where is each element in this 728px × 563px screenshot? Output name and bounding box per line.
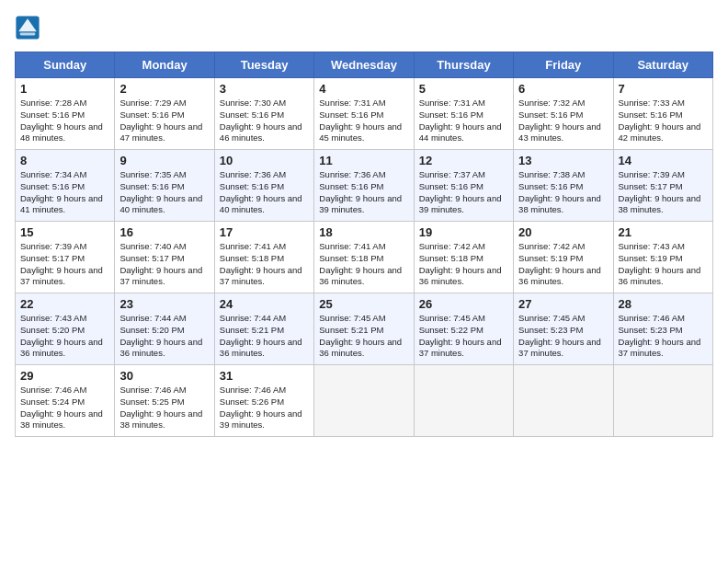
calendar-cell: 27Sunrise: 7:45 AMSunset: 5:23 PMDayligh… bbox=[514, 293, 613, 365]
cell-info: Sunrise: 7:45 AMSunset: 5:22 PMDaylight:… bbox=[419, 313, 508, 360]
cell-info: Sunrise: 7:35 AMSunset: 5:16 PMDaylight:… bbox=[119, 169, 209, 216]
cell-info: Sunrise: 7:36 AMSunset: 5:16 PMDaylight:… bbox=[319, 169, 408, 216]
cell-info: Sunrise: 7:28 AMSunset: 5:16 PMDaylight:… bbox=[20, 98, 109, 144]
cell-info: Sunrise: 7:45 AMSunset: 5:21 PMDaylight:… bbox=[319, 313, 408, 360]
calendar-cell: 23Sunrise: 7:44 AMSunset: 5:20 PMDayligh… bbox=[115, 293, 214, 365]
calendar-cell: 8Sunrise: 7:34 AMSunset: 5:16 PMDaylight… bbox=[16, 150, 115, 222]
week-row-1: 1Sunrise: 7:28 AMSunset: 5:16 PMDaylight… bbox=[16, 78, 713, 150]
week-row-4: 22Sunrise: 7:43 AMSunset: 5:20 PMDayligh… bbox=[16, 293, 713, 365]
day-number: 4 bbox=[319, 82, 408, 96]
day-number: 11 bbox=[319, 154, 408, 167]
day-number: 5 bbox=[419, 82, 508, 96]
calendar-cell: 10Sunrise: 7:36 AMSunset: 5:16 PMDayligh… bbox=[214, 150, 313, 222]
day-number: 7 bbox=[619, 82, 708, 96]
calendar-cell: 17Sunrise: 7:41 AMSunset: 5:18 PMDayligh… bbox=[214, 222, 313, 293]
day-number: 14 bbox=[619, 154, 708, 167]
cell-info: Sunrise: 7:45 AMSunset: 5:23 PMDaylight:… bbox=[518, 313, 608, 360]
day-number: 30 bbox=[119, 369, 209, 383]
cell-info: Sunrise: 7:43 AMSunset: 5:20 PMDaylight:… bbox=[20, 313, 109, 360]
cell-info: Sunrise: 7:32 AMSunset: 5:16 PMDaylight:… bbox=[518, 98, 608, 144]
calendar-cell bbox=[314, 365, 414, 437]
week-row-2: 8Sunrise: 7:34 AMSunset: 5:16 PMDaylight… bbox=[16, 150, 713, 222]
logo bbox=[15, 15, 42, 40]
cell-info: Sunrise: 7:46 AMSunset: 5:26 PMDaylight:… bbox=[220, 385, 309, 431]
weekday-header-saturday: Saturday bbox=[613, 52, 712, 78]
cell-info: Sunrise: 7:46 AMSunset: 5:24 PMDaylight:… bbox=[20, 385, 109, 431]
weekday-header-sunday: Sunday bbox=[16, 52, 115, 78]
calendar-cell: 13Sunrise: 7:38 AMSunset: 5:16 PMDayligh… bbox=[514, 150, 613, 222]
cell-info: Sunrise: 7:39 AMSunset: 5:17 PMDaylight:… bbox=[619, 169, 708, 216]
calendar-cell: 12Sunrise: 7:37 AMSunset: 5:16 PMDayligh… bbox=[414, 150, 513, 222]
weekday-header-monday: Monday bbox=[115, 52, 214, 78]
weekday-header-row: SundayMondayTuesdayWednesdayThursdayFrid… bbox=[16, 52, 713, 78]
weekday-header-wednesday: Wednesday bbox=[314, 52, 414, 78]
week-row-3: 15Sunrise: 7:39 AMSunset: 5:17 PMDayligh… bbox=[16, 222, 713, 293]
day-number: 3 bbox=[220, 82, 309, 96]
calendar-cell: 21Sunrise: 7:43 AMSunset: 5:19 PMDayligh… bbox=[613, 222, 712, 293]
cell-info: Sunrise: 7:42 AMSunset: 5:18 PMDaylight:… bbox=[419, 241, 508, 288]
day-number: 27 bbox=[518, 297, 608, 311]
cell-info: Sunrise: 7:37 AMSunset: 5:16 PMDaylight:… bbox=[419, 169, 508, 216]
calendar-cell: 31Sunrise: 7:46 AMSunset: 5:26 PMDayligh… bbox=[214, 365, 313, 437]
day-number: 13 bbox=[518, 154, 608, 167]
cell-info: Sunrise: 7:41 AMSunset: 5:18 PMDaylight:… bbox=[319, 241, 408, 288]
day-number: 23 bbox=[119, 297, 209, 311]
calendar-cell: 29Sunrise: 7:46 AMSunset: 5:24 PMDayligh… bbox=[16, 365, 115, 437]
calendar-table: SundayMondayTuesdayWednesdayThursdayFrid… bbox=[15, 52, 713, 437]
calendar-cell: 18Sunrise: 7:41 AMSunset: 5:18 PMDayligh… bbox=[314, 222, 414, 293]
calendar-cell: 11Sunrise: 7:36 AMSunset: 5:16 PMDayligh… bbox=[314, 150, 414, 222]
calendar-cell: 4Sunrise: 7:31 AMSunset: 5:16 PMDaylight… bbox=[314, 78, 414, 150]
day-number: 24 bbox=[220, 297, 309, 311]
day-number: 6 bbox=[518, 82, 608, 96]
day-number: 25 bbox=[319, 297, 408, 311]
day-number: 28 bbox=[619, 297, 708, 311]
cell-info: Sunrise: 7:29 AMSunset: 5:16 PMDaylight:… bbox=[119, 98, 209, 144]
calendar-cell: 9Sunrise: 7:35 AMSunset: 5:16 PMDaylight… bbox=[115, 150, 214, 222]
cell-info: Sunrise: 7:40 AMSunset: 5:17 PMDaylight:… bbox=[119, 241, 209, 288]
calendar-cell: 3Sunrise: 7:30 AMSunset: 5:16 PMDaylight… bbox=[214, 78, 313, 150]
cell-info: Sunrise: 7:31 AMSunset: 5:16 PMDaylight:… bbox=[419, 98, 508, 144]
day-number: 12 bbox=[419, 154, 508, 167]
calendar-cell: 19Sunrise: 7:42 AMSunset: 5:18 PMDayligh… bbox=[414, 222, 513, 293]
calendar-cell: 28Sunrise: 7:46 AMSunset: 5:23 PMDayligh… bbox=[613, 293, 712, 365]
weekday-header-tuesday: Tuesday bbox=[214, 52, 313, 78]
calendar-cell: 20Sunrise: 7:42 AMSunset: 5:19 PMDayligh… bbox=[514, 222, 613, 293]
cell-info: Sunrise: 7:44 AMSunset: 5:21 PMDaylight:… bbox=[220, 313, 309, 360]
day-number: 16 bbox=[119, 225, 209, 239]
day-number: 8 bbox=[20, 154, 109, 167]
day-number: 22 bbox=[20, 297, 109, 311]
calendar-cell: 16Sunrise: 7:40 AMSunset: 5:17 PMDayligh… bbox=[115, 222, 214, 293]
day-number: 9 bbox=[119, 154, 209, 167]
calendar-cell: 5Sunrise: 7:31 AMSunset: 5:16 PMDaylight… bbox=[414, 78, 513, 150]
cell-info: Sunrise: 7:44 AMSunset: 5:20 PMDaylight:… bbox=[119, 313, 209, 360]
calendar-cell: 22Sunrise: 7:43 AMSunset: 5:20 PMDayligh… bbox=[16, 293, 115, 365]
day-number: 2 bbox=[119, 82, 209, 96]
cell-info: Sunrise: 7:46 AMSunset: 5:25 PMDaylight:… bbox=[119, 385, 209, 431]
cell-info: Sunrise: 7:41 AMSunset: 5:18 PMDaylight:… bbox=[220, 241, 309, 288]
calendar-cell: 25Sunrise: 7:45 AMSunset: 5:21 PMDayligh… bbox=[314, 293, 414, 365]
weekday-header-thursday: Thursday bbox=[414, 52, 513, 78]
calendar-cell: 26Sunrise: 7:45 AMSunset: 5:22 PMDayligh… bbox=[414, 293, 513, 365]
day-number: 10 bbox=[220, 154, 309, 167]
calendar-cell: 14Sunrise: 7:39 AMSunset: 5:17 PMDayligh… bbox=[613, 150, 712, 222]
week-row-5: 29Sunrise: 7:46 AMSunset: 5:24 PMDayligh… bbox=[16, 365, 713, 437]
day-number: 31 bbox=[220, 369, 309, 383]
weekday-header-friday: Friday bbox=[514, 52, 613, 78]
day-number: 26 bbox=[419, 297, 508, 311]
calendar-cell: 30Sunrise: 7:46 AMSunset: 5:25 PMDayligh… bbox=[115, 365, 214, 437]
day-number: 29 bbox=[20, 369, 109, 383]
cell-info: Sunrise: 7:38 AMSunset: 5:16 PMDaylight:… bbox=[518, 169, 608, 216]
calendar-cell bbox=[414, 365, 513, 437]
cell-info: Sunrise: 7:36 AMSunset: 5:16 PMDaylight:… bbox=[220, 169, 309, 216]
cell-info: Sunrise: 7:30 AMSunset: 5:16 PMDaylight:… bbox=[220, 98, 309, 144]
calendar-cell: 1Sunrise: 7:28 AMSunset: 5:16 PMDaylight… bbox=[16, 78, 115, 150]
calendar-cell: 6Sunrise: 7:32 AMSunset: 5:16 PMDaylight… bbox=[514, 78, 613, 150]
page-header bbox=[15, 15, 713, 40]
day-number: 18 bbox=[319, 225, 408, 239]
day-number: 20 bbox=[518, 225, 608, 239]
calendar-cell bbox=[514, 365, 613, 437]
day-number: 1 bbox=[20, 82, 109, 96]
svg-rect-2 bbox=[20, 33, 36, 36]
cell-info: Sunrise: 7:39 AMSunset: 5:17 PMDaylight:… bbox=[20, 241, 109, 288]
cell-info: Sunrise: 7:46 AMSunset: 5:23 PMDaylight:… bbox=[619, 313, 708, 360]
